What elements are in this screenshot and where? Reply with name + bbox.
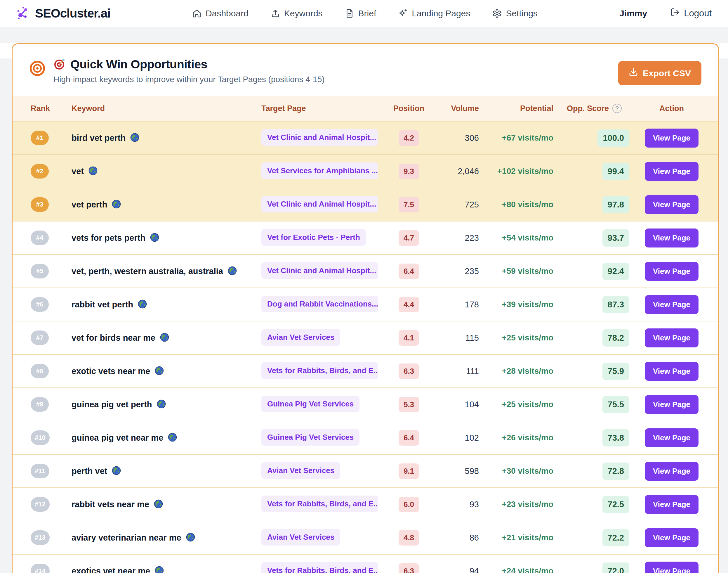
volume-value: 111 [432,366,479,376]
brand-logo[interactable]: SEOcluster.ai [16,6,110,21]
view-page-button[interactable]: View Page [645,262,698,281]
view-page-button[interactable]: View Page [645,562,698,573]
position-pill: 9.1 [399,463,419,479]
opp-score-pill: 75.9 [603,363,629,380]
opp-score-pill: 93.7 [603,229,629,247]
volume-value: 306 [432,133,479,143]
rank-badge: #6 [31,297,49,312]
export-csv-button[interactable]: Export CSV [618,61,702,85]
target-page-pill[interactable]: Guinea Pig Vet Services [261,429,359,446]
nav-landing-pages[interactable]: Landing Pages [398,8,470,18]
target-cell: Vet Clinic and Animal Hospit... [261,262,386,280]
view-page-button[interactable]: View Page [645,462,698,481]
keyword-text: guinea pig vet near me [71,433,163,443]
user-name[interactable]: Jimmy [619,8,647,18]
rank-badge: #12 [31,497,50,512]
rank-badge: #13 [31,530,50,545]
position-cell: 4.2 [386,130,432,146]
rank-badge: #9 [31,397,49,412]
position-cell: 5.3 [386,397,432,412]
view-page-button[interactable]: View Page [645,362,698,381]
score-cell: 99.4 [553,163,635,180]
sparkles-icon [398,9,408,18]
volume-value: 598 [432,466,479,476]
help-icon[interactable]: ? [612,104,622,113]
target-page-pill[interactable]: Vet Clinic and Animal Hospit... [261,129,378,146]
nav-label: Brief [358,8,377,18]
action-cell: View Page [635,328,708,348]
view-page-button[interactable]: View Page [645,495,698,514]
gear-icon [492,9,502,18]
view-page-button[interactable]: View Page [645,195,698,214]
score-cell: 72.2 [553,529,635,546]
view-page-button[interactable]: View Page [645,328,698,348]
keyword-text: perth vet [71,466,107,476]
target-page-pill[interactable]: Avian Vet Services [261,329,340,346]
target-cell: Vet Services for Amphibians ... [261,162,386,180]
potential-value: +67 visits/mo [479,133,553,143]
potential-value: +25 visits/mo [479,333,553,343]
target-page-pill[interactable]: Vets for Rabbits, Birds, and E... [261,562,378,573]
nav-label: Dashboard [206,8,248,18]
target-page-pill[interactable]: Guinea Pig Vet Services [261,396,359,412]
logout-button[interactable]: Logout [670,8,712,19]
target-page-pill[interactable]: Vet for Exotic Pets · Perth [261,229,366,246]
view-page-button[interactable]: View Page [645,228,698,248]
globe-icon [155,566,164,573]
keyword-cell: vet [71,166,261,176]
potential-value: +80 visits/mo [479,200,553,209]
header-action: Action [635,104,708,113]
globe-icon [130,133,139,143]
view-page-button[interactable]: View Page [645,162,698,181]
potential-value: +25 visits/mo [479,400,553,409]
position-pill: 4.4 [399,297,419,312]
nav-dashboard[interactable]: Dashboard [192,8,248,18]
potential-value: +39 visits/mo [479,300,553,309]
target-cell: Avian Vet Services [261,329,386,347]
nav-brief[interactable]: Brief [345,8,377,18]
title-block: Quick Win Opportunities High-impact keyw… [53,58,618,84]
score-cell: 72.0 [553,563,635,573]
opp-score-pill: 72.5 [603,496,629,513]
nav-keywords[interactable]: Keywords [271,8,323,18]
table-row: #8 exotic vets near me Vets for Rabbits,… [12,354,718,387]
view-page-button[interactable]: View Page [645,128,698,148]
rank-cell: #1 [31,131,71,145]
table-row: #12 rabbit vets near me Vets for Rabbits… [12,487,718,521]
opp-score-pill: 73.8 [603,429,629,447]
view-page-button[interactable]: View Page [645,395,698,414]
view-page-button[interactable]: View Page [645,428,698,447]
action-cell: View Page [635,262,708,281]
position-cell: 4.4 [386,297,432,312]
rank-cell: #4 [31,230,71,245]
rank-badge: #4 [31,230,49,245]
nav-settings[interactable]: Settings [492,8,537,18]
globe-icon [154,500,163,510]
target-page-pill[interactable]: Dog and Rabbit Vaccinations... [261,296,378,312]
position-pill: 5.3 [399,397,419,412]
target-page-pill[interactable]: Vet Services for Amphibians ... [261,162,378,179]
keyword-text: vet for birds near me [71,333,155,343]
volume-value: 94 [432,566,479,573]
globe-icon [228,266,237,276]
position-pill: 6.0 [399,497,419,512]
volume-value: 235 [432,266,479,276]
rank-cell: #3 [31,197,71,212]
action-cell: View Page [635,362,708,381]
view-page-button[interactable]: View Page [645,528,698,547]
volume-value: 104 [432,400,479,409]
target-page-pill[interactable]: Vets for Rabbits, Birds, and E... [261,362,378,379]
user-zone: Jimmy Logout [619,8,712,19]
header-target-page: Target Page [261,104,386,113]
target-page-pill[interactable]: Avian Vet Services [261,462,340,479]
target-page-pill[interactable]: Avian Vet Services [261,529,340,545]
target-page-pill[interactable]: Vet Clinic and Animal Hospit... [261,262,378,279]
header-volume: Volume [432,104,479,113]
target-page-pill[interactable]: Vet Clinic and Animal Hospit... [261,196,378,212]
position-cell: 6.3 [386,563,432,573]
target-page-pill[interactable]: Vets for Rabbits, Birds, and E... [261,496,378,512]
target-cell: Guinea Pig Vet Services [261,429,386,447]
upload-icon [271,9,280,18]
target-cell: Avian Vet Services [261,462,386,480]
view-page-button[interactable]: View Page [645,295,698,314]
